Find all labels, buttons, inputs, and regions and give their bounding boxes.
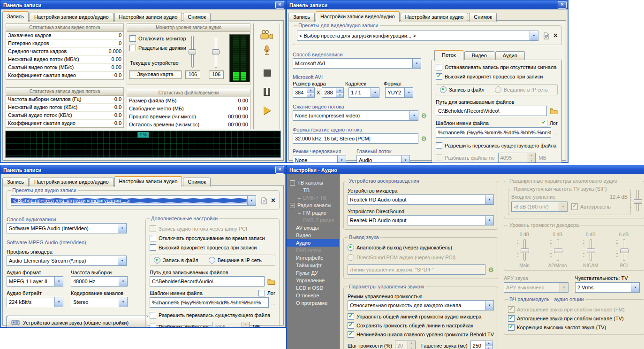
checkbox[interactable]: Автогашение звука при слабом сигнале (FM…	[508, 306, 640, 313]
close-button[interactable]: ×	[275, 1, 284, 9]
checkbox-log[interactable]: Лог	[258, 290, 275, 296]
pause-button[interactable]	[257, 84, 277, 100]
slider-thumb[interactable]	[189, 49, 196, 54]
sidebar-item[interactable]: Пульт ДУ	[287, 269, 339, 277]
file-template-input[interactable]: %channel% (%yy%%mm%%dd%-%hh%%nn%	[150, 297, 269, 308]
file-template-input[interactable]: %channel% (%yy%-%mm%-%dd%-%hh%-%nn%	[436, 127, 551, 138]
checkbox[interactable]: Коррекция высоких частот звука (TV)	[508, 324, 640, 331]
checkbox-mute-while-recording[interactable]: Отключать прослушивание во время записи	[150, 235, 275, 241]
folder-icon[interactable]	[550, 108, 558, 114]
checkbox-log[interactable]: Лог	[541, 120, 558, 126]
sidebar-item[interactable]: О тюнере	[287, 292, 339, 299]
checkbox[interactable]: Сохранять громкость общей линии в настро…	[348, 322, 494, 329]
radio-broadcast-ip[interactable]: Вещание в IP сеть	[209, 257, 262, 264]
stop-button[interactable]	[257, 65, 277, 81]
record-path-input[interactable]: C:\Beholder\Record\Audio\	[150, 276, 265, 287]
main-stream-dropdown[interactable]: Audio ▼	[356, 155, 410, 163]
audio-format-dropdown[interactable]: MPEG-1 Layer II ▼	[7, 276, 63, 287]
sensitivity-dropdown[interactable]: 2 Vrms ▼	[575, 282, 640, 293]
sidebar-item[interactable]: Видео	[287, 232, 339, 239]
checkbox[interactable]: Автогашение звука при слабом сигнале (TV…	[508, 315, 640, 322]
settings-gear-icon[interactable]: ⚙	[488, 266, 494, 273]
audio-preset-dropdown[interactable]: < Выбор пресета для загрузки конфигураци…	[11, 195, 256, 206]
video-preset-dropdown[interactable]: < Выбор пресета для загрузки конфигураци…	[297, 31, 538, 41]
checkbox-stop-no-signal[interactable]: Останавливать запись при отсутствии сигн…	[436, 64, 558, 70]
audio-method-dropdown[interactable]: Software MPEG Audio (InterVideo) ▼	[7, 223, 127, 233]
delete-preset-icon[interactable]: ×	[271, 197, 275, 204]
sidebar-item[interactable]: Радио каналы	[287, 202, 339, 209]
audio-format-field[interactable]: 32.000 kHz; 16 bit; Stereo [PCM]	[293, 133, 418, 144]
sidebar-item[interactable]: FM радио	[287, 209, 339, 217]
checkbox[interactable]: Управлять общей линией громкости аудио м…	[348, 313, 494, 320]
tab[interactable]: Снимок	[183, 178, 211, 186]
checkbox-split-sliders[interactable]: Раздельные движки	[129, 45, 186, 51]
tab[interactable]: Снимок	[469, 13, 497, 22]
spinner-arrows[interactable]: ▲▼	[485, 341, 492, 349]
record-path-input[interactable]: C:\Beholder\Record\Video\	[436, 106, 547, 116]
channel-coding-dropdown[interactable]: Stereo ▼	[71, 297, 128, 307]
tab[interactable]: Видео	[464, 51, 494, 60]
close-button[interactable]: ×	[558, 1, 567, 9]
tab[interactable]: Настройки записи аудио	[401, 13, 469, 22]
interleave-dropdown[interactable]: None ▼	[293, 155, 346, 163]
copy-preset-icon[interactable]	[260, 197, 267, 204]
checkbox[interactable]: Нелинейная шкала главного уровня громкос…	[348, 331, 494, 338]
checkbox-high-priority[interactable]: Высокий приоритет процесса при записи	[436, 73, 558, 80]
tab[interactable]: Запись	[2, 178, 29, 186]
sidebar-item[interactable]: DVB поток	[287, 247, 339, 254]
level-slider-right[interactable]	[212, 36, 220, 68]
tab[interactable]: Поток	[434, 50, 463, 61]
sidebar-item[interactable]: DVB-T ТВ	[287, 194, 339, 202]
fps-dropdown[interactable]: 1 / 1 ▼	[349, 87, 379, 98]
tab[interactable]: Настройки записи видео/аудио	[30, 178, 113, 186]
tab[interactable]: Настройки записи аудио	[114, 13, 182, 22]
checkbox-allow-overwrite[interactable]: Разрешить перезапись существующего файла	[436, 142, 558, 149]
sidebar-item[interactable]: Таймшифт	[287, 262, 339, 269]
title-bar[interactable]: Панель записи ×	[0, 165, 286, 174]
encoder-profile-dropdown[interactable]: Audio Elementary Stream (*.mpa) ▼	[7, 256, 127, 266]
sidebar-item[interactable]: Аудио	[287, 239, 339, 247]
slider-thumb[interactable]	[212, 49, 220, 54]
video-compression-dropdown[interactable]: None (uncompressed video) ▼	[293, 110, 418, 121]
folder-icon[interactable]	[267, 279, 275, 285]
settings-gear-icon[interactable]: ⚙	[421, 112, 427, 119]
spinner-arrows[interactable]: ▲▼	[336, 88, 343, 97]
mute-time-spinner[interactable]: 250 ▲▼	[470, 341, 493, 349]
frame-width-spinner[interactable]: 384 ▲▼	[293, 87, 315, 98]
sample-rate-dropdown[interactable]: 48000 Hz ▼	[71, 276, 128, 287]
pixel-format-dropdown[interactable]: YUY2 ▼	[385, 87, 413, 98]
checkbox-split-files[interactable]: Разбивать файлы по	[150, 324, 209, 328]
audio-bitrate-dropdown[interactable]: 224 kBit/s ▼	[7, 297, 63, 307]
sidebar-item[interactable]: Интерфейс	[287, 254, 339, 262]
sidebar-item[interactable]: ТВ	[287, 186, 339, 194]
level-slider-left[interactable]	[188, 36, 197, 68]
capture-video-button[interactable]	[257, 27, 277, 43]
tab[interactable]: Аудио	[495, 51, 525, 60]
volume-mode-dropdown[interactable]: Относительная громкость для каждого кана…	[348, 300, 494, 310]
title-bar[interactable]: Панель записи ×	[287, 0, 568, 9]
close-button[interactable]: ×	[275, 166, 284, 174]
tab[interactable]: Снимок	[183, 13, 211, 22]
tab[interactable]: Настройки записи аудио	[114, 176, 182, 187]
play-button[interactable]	[257, 102, 277, 118]
template-more-button[interactable]: ...	[271, 300, 275, 305]
sound-device-settings-button[interactable]: Устройство записи звука (общие настройки…	[7, 316, 148, 328]
settings-gear-icon[interactable]: ⚙	[421, 135, 427, 142]
sidebar-item[interactable]: Управление	[287, 277, 339, 284]
sidebar-item[interactable]: О программе	[287, 299, 339, 307]
tab[interactable]: Настройки записи видео/аудио	[30, 13, 113, 22]
radio-analog-output[interactable]: Аналоговый выход (через аудиокабель)	[348, 244, 494, 251]
sidebar-item[interactable]: ТВ каналы	[287, 179, 339, 186]
radio-record-to-file[interactable]: Запись в файл	[440, 86, 485, 93]
directsound-device-dropdown[interactable]: Realtek HD Audio output ▼	[348, 215, 494, 225]
capture-audio-button[interactable]	[257, 43, 277, 59]
title-bar[interactable]: Настройки - Аудио	[287, 165, 644, 174]
sidebar-item[interactable]: DVB-T радио	[287, 217, 339, 224]
frame-height-spinner[interactable]: 288 ▲▼	[322, 87, 344, 98]
tab[interactable]: Запись	[2, 11, 29, 22]
video-method-dropdown[interactable]: Microsoft AVI ▼	[293, 58, 421, 69]
copy-preset-icon[interactable]	[543, 32, 550, 39]
sidebar-item[interactable]: AV входы	[287, 224, 339, 232]
title-bar[interactable]: Панель записи ×	[0, 0, 286, 9]
checkbox-allow-overwrite[interactable]: Разрешить перезапись существующего файла	[150, 312, 275, 318]
